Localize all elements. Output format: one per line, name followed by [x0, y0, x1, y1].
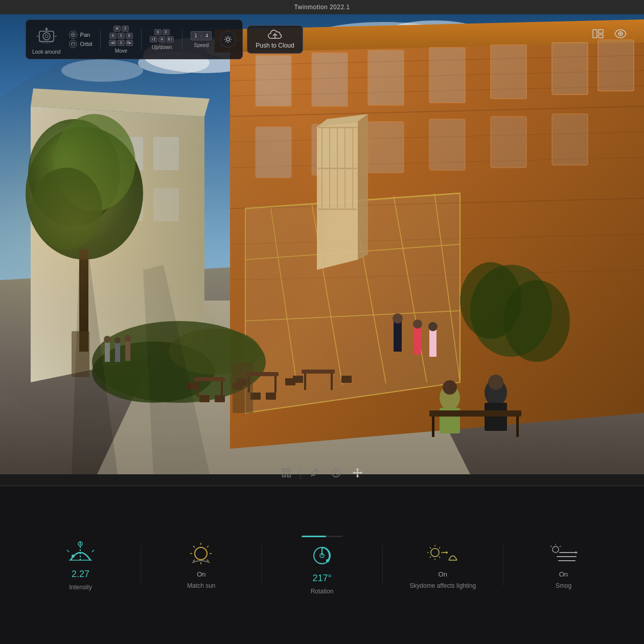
svg-point-98: [443, 380, 457, 395]
pan-row: Pan: [69, 31, 93, 39]
bottom-panel: 2.27 Intensity: [0, 486, 644, 644]
svg-point-145: [289, 470, 290, 471]
push-cloud-label: Push to Cloud: [256, 42, 294, 49]
d-key: D: [126, 33, 133, 39]
svg-marker-154: [356, 476, 359, 477]
svg-marker-155: [353, 471, 355, 474]
svg-point-147: [289, 475, 290, 476]
svg-rect-37: [491, 45, 526, 99]
svg-rect-39: [598, 40, 634, 91]
pan-orbit-group: Pan Orbit: [69, 31, 93, 48]
speed-range-key: 1 - 4: [191, 31, 212, 40]
eyedropper-button[interactable]: [307, 465, 323, 480]
match-sun-label: Match sun: [187, 582, 215, 589]
param-smog: On Smog: [503, 541, 624, 589]
rotation-svg-icon: [308, 544, 336, 567]
svg-line-182: [430, 547, 431, 548]
top-right-icons: [590, 26, 629, 42]
wasd-bot-row: ◄Q S D►: [109, 40, 133, 46]
svg-rect-104: [516, 417, 519, 437]
settings-button[interactable]: [220, 31, 236, 48]
svg-line-169: [193, 546, 195, 547]
look-around-label: Look around: [32, 49, 61, 55]
grid-button[interactable]: [279, 465, 294, 480]
svg-line-158: [67, 550, 69, 552]
wasd-keys: W Z A S D ◄Q S D►: [109, 26, 133, 46]
bottom-divider-1: [301, 467, 301, 479]
svg-line-191: [550, 546, 551, 547]
rotation-value-row: 217°: [312, 573, 331, 584]
divider-1: [100, 29, 101, 50]
move-section: W Z A S D ◄Q S D► Move: [109, 26, 133, 54]
move-label: Move: [115, 48, 127, 54]
param-match-sun: On Match sun: [141, 541, 261, 589]
arrow-left-button[interactable]: [329, 465, 344, 480]
svg-marker-156: [361, 471, 362, 474]
move-cross-button[interactable]: [350, 465, 365, 480]
q-key-move: ◄Q: [109, 40, 116, 46]
svg-rect-36: [429, 48, 465, 103]
push-to-cloud-button[interactable]: Push to Cloud: [247, 25, 303, 54]
svg-point-101: [488, 375, 503, 390]
params-area: 2.27 Intensity: [0, 486, 644, 644]
eye-button[interactable]: [612, 26, 629, 42]
intensity-value-row: 2.27: [72, 569, 89, 580]
smog-status: On: [559, 570, 568, 578]
svg-rect-107: [414, 326, 421, 354]
updown-section: Q E ↑I A E↑ Up/down: [150, 29, 174, 50]
svg-rect-100: [485, 403, 507, 431]
svg-rect-44: [491, 117, 526, 168]
cloud-upload-icon: [268, 30, 282, 40]
svg-rect-38: [552, 42, 588, 95]
svg-point-124: [45, 35, 48, 38]
svg-line-192: [560, 546, 561, 547]
app-title: Twinmotion 2022.1: [294, 4, 350, 11]
qe-keys: Q E ↑I A E↑: [150, 29, 174, 42]
svg-rect-137: [599, 35, 603, 38]
bottom-toolbar: [279, 465, 365, 480]
title-bar: Twinmotion 2022.1: [0, 0, 644, 14]
w-key: W: [113, 26, 121, 32]
gear-icon: [224, 35, 232, 43]
layout-button[interactable]: [590, 26, 606, 42]
svg-line-184: [439, 547, 440, 548]
camera-svg: [35, 27, 58, 44]
param-rotation: 217° Rotation: [262, 536, 382, 595]
pan-label: Pan: [80, 32, 90, 38]
intensity-value: 2.27: [72, 569, 89, 580]
svg-line-159: [92, 550, 94, 552]
param-skydome: On Skydome affects lighting: [383, 541, 503, 589]
rotation-icon-area: [307, 543, 337, 569]
svg-line-185: [430, 557, 431, 558]
svg-line-170: [207, 560, 209, 561]
svg-rect-136: [599, 30, 603, 33]
match-sun-value-row: On: [197, 570, 205, 578]
toolbar-panel: Look around Pan Orbit W: [26, 19, 243, 59]
z-key: Z: [122, 26, 129, 32]
speed-keys: 1 - 4: [191, 31, 212, 40]
svg-rect-35: [368, 50, 404, 105]
svg-point-133: [226, 38, 229, 41]
match-sun-status: On: [197, 570, 205, 578]
svg-point-176: [326, 559, 329, 562]
move-cross-icon: [353, 468, 363, 478]
smog-label: Smog: [556, 582, 571, 589]
svg-rect-43: [429, 119, 465, 170]
camera-diagram-box: [32, 24, 60, 47]
orbit-label: Orbit: [80, 41, 93, 47]
orbit-row: Orbit: [69, 40, 93, 48]
svg-rect-135: [593, 30, 597, 38]
svg-marker-126: [45, 28, 48, 30]
wasd-mid-row: A S D: [109, 33, 133, 39]
arrow-left-icon: [332, 468, 341, 477]
svg-line-172: [193, 560, 195, 561]
viewport: [0, 14, 644, 474]
speed-section: 1 - 4 Speed: [191, 31, 212, 48]
eye-icon: [614, 29, 627, 38]
q-key-ud: Q: [154, 29, 162, 35]
wasd-top-row: W Z: [113, 26, 129, 32]
eyedropper-icon: [310, 468, 319, 477]
cloud-icon-svg: [268, 29, 282, 40]
svg-point-189: [553, 546, 559, 553]
svg-line-148: [311, 475, 312, 476]
